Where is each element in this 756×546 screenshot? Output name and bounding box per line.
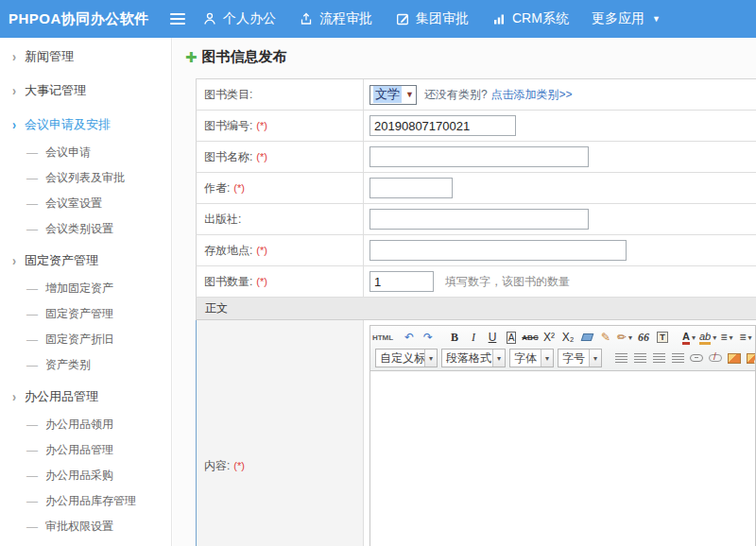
align-justify-button[interactable] xyxy=(669,350,686,367)
insert-image-button[interactable] xyxy=(745,350,755,367)
blockquote-button[interactable]: 66 xyxy=(635,329,652,346)
sidebar-group-办公用品管理[interactable]: ›办公用品管理 xyxy=(0,382,171,412)
unordered-list-button[interactable]: ≡▾ xyxy=(737,329,754,346)
subscript-button[interactable]: X₂ xyxy=(559,329,576,346)
nav-item-label: 个人办公 xyxy=(223,10,276,27)
paste-plain-button[interactable]: T xyxy=(654,329,671,346)
subscript-icon: X₂ xyxy=(562,331,575,344)
source-icon: HTML xyxy=(372,333,393,342)
sidebar-item-固定资产折旧[interactable]: —固定资产折旧 xyxy=(0,327,171,352)
book-number-input[interactable] xyxy=(369,115,516,136)
category-hint: 还没有类别? xyxy=(424,87,488,103)
bold-button[interactable]: B xyxy=(446,329,463,346)
redo-button[interactable]: ↷ xyxy=(420,329,437,346)
source-button[interactable]: HTML xyxy=(374,329,391,346)
required-mark: (*) xyxy=(233,182,245,194)
field-label: 图书数量:(*) xyxy=(197,266,364,297)
sidebar-group-label: 固定资产管理 xyxy=(25,252,98,269)
redo-icon: ↷ xyxy=(423,331,433,344)
nav-item-personal-office[interactable]: 个人办公 xyxy=(202,10,276,27)
font-family-combo[interactable]: 字体▾ xyxy=(509,349,554,367)
author-input[interactable] xyxy=(369,178,453,198)
format-painter-icon: ✎ xyxy=(601,331,610,344)
link-button[interactable] xyxy=(688,350,705,367)
sidebar-item-label: 会议申请 xyxy=(45,145,91,161)
chevron-down-icon: ▾ xyxy=(492,350,505,367)
hamburger-icon[interactable] xyxy=(170,13,185,25)
add-icon: ✚ xyxy=(185,49,198,66)
image-button[interactable] xyxy=(726,350,743,367)
italic-icon: I xyxy=(472,331,475,345)
format-painter-button[interactable]: ✎ xyxy=(597,329,614,346)
sidebar-item-固定资产管理[interactable]: —固定资产管理 xyxy=(0,301,171,327)
dash-icon: — xyxy=(26,172,38,185)
storage-place-input[interactable] xyxy=(369,240,627,261)
book-quantity-input[interactable] xyxy=(369,271,434,292)
sidebar-item-办公用品管理[interactable]: —办公用品管理 xyxy=(0,437,171,463)
dash-icon: — xyxy=(26,197,38,211)
publisher-input[interactable] xyxy=(369,209,589,230)
label-text: 出版社: xyxy=(204,212,241,228)
required-mark: (*) xyxy=(256,151,267,162)
page-title-row: ✚ 图书信息发布 xyxy=(185,48,287,66)
sidebar-item-会议类别设置[interactable]: —会议类别设置 xyxy=(0,216,171,242)
background-color-button[interactable]: ab▾ xyxy=(699,329,716,346)
align-left-button[interactable] xyxy=(612,350,629,367)
ordered-list-button[interactable]: ≡▾ xyxy=(718,329,735,346)
paragraph-format-combo[interactable]: 段落格式▾ xyxy=(441,349,506,367)
nav-item-label: CRM系统 xyxy=(512,10,569,27)
sidebar-group-大事记管理[interactable]: ›大事记管理 xyxy=(0,76,171,106)
sidebar-item-办公用品库存管理[interactable]: —办公用品库存管理 xyxy=(0,488,171,514)
font-size-combo[interactable]: 字号▾ xyxy=(558,349,602,367)
strikethrough-button[interactable]: ABC xyxy=(522,329,539,346)
italic-button[interactable]: I xyxy=(465,329,482,346)
sidebar-item-会议室设置[interactable]: —会议室设置 xyxy=(0,191,171,216)
custom-title-combo[interactable]: 自定义标题▾ xyxy=(375,349,438,367)
dash-icon: — xyxy=(26,444,38,457)
align-right-button[interactable] xyxy=(650,350,667,367)
nav-item-crm-system[interactable]: CRM系统 xyxy=(491,10,569,27)
superscript-button[interactable]: X² xyxy=(541,329,558,346)
field-label: 存放地点:(*) xyxy=(197,235,364,265)
form-row-book-category: 图书类目:文学▼还没有类别?点击添加类别>> xyxy=(196,79,756,111)
align-center-icon xyxy=(634,353,646,364)
image-icon xyxy=(728,353,741,364)
font-color-button[interactable]: A▾ xyxy=(680,329,697,346)
underline-button[interactable]: U xyxy=(484,329,501,346)
book-name-input[interactable] xyxy=(369,146,589,167)
bold-icon: B xyxy=(451,331,458,345)
chevron-down-icon: ▾ xyxy=(713,333,716,342)
strikethrough-icon: ABC xyxy=(522,333,538,342)
sidebar-item-会议列表及审批[interactable]: —会议列表及审批 xyxy=(0,165,171,191)
dash-icon: — xyxy=(26,146,38,160)
label-text: 图书名称: xyxy=(204,149,252,165)
sidebar-group-会议申请及安排[interactable]: ›会议申请及安排 xyxy=(0,110,171,140)
editor-canvas[interactable] xyxy=(370,371,755,546)
add-category-link[interactable]: 点击添加类别>> xyxy=(491,87,573,103)
nav-item-process-approval[interactable]: 流程审批 xyxy=(299,10,372,27)
sidebar-item-办公用品采购[interactable]: —办公用品采购 xyxy=(0,463,171,488)
top-nav: 个人办公流程审批集团审批CRM系统更多应用▼ xyxy=(202,10,683,27)
sidebar-item-审批权限设置[interactable]: —审批权限设置 xyxy=(0,514,171,539)
sidebar-item-增加固定资产[interactable]: —增加固定资产 xyxy=(0,276,171,301)
nav-item-more-apps[interactable]: 更多应用▼ xyxy=(592,10,661,27)
category-select[interactable]: 文学▼ xyxy=(369,85,417,105)
scrawl-button[interactable]: ✏▾ xyxy=(616,329,633,346)
undo-icon: ↶ xyxy=(404,331,414,344)
field-hint: 填写数字，该图书的数量 xyxy=(445,274,570,290)
sidebar-item-会议申请[interactable]: —会议申请 xyxy=(0,140,171,165)
unlink-button[interactable] xyxy=(707,350,724,367)
sidebar-item-办公用品领用[interactable]: —办公用品领用 xyxy=(0,412,171,437)
undo-button[interactable]: ↶ xyxy=(401,329,418,346)
paste-icon: T xyxy=(657,332,668,343)
eraser-button[interactable] xyxy=(578,329,595,346)
char-border-button[interactable]: A xyxy=(503,329,520,346)
nav-item-group-approval[interactable]: 集团审批 xyxy=(395,10,469,27)
sidebar-item-资产类别[interactable]: —资产类别 xyxy=(0,352,171,378)
align-center-button[interactable] xyxy=(631,350,648,367)
sidebar-item-办公用品分类设置[interactable]: —办公用品分类设置 xyxy=(0,539,171,546)
sidebar-item-label: 会议室设置 xyxy=(45,196,102,212)
book-form: 图书类目:文学▼还没有类别?点击添加类别>>图书编号:(*)图书名称:(*)作者… xyxy=(196,78,756,546)
sidebar-group-新闻管理[interactable]: ›新闻管理 xyxy=(0,42,171,72)
sidebar-group-固定资产管理[interactable]: ›固定资产管理 xyxy=(0,246,171,276)
